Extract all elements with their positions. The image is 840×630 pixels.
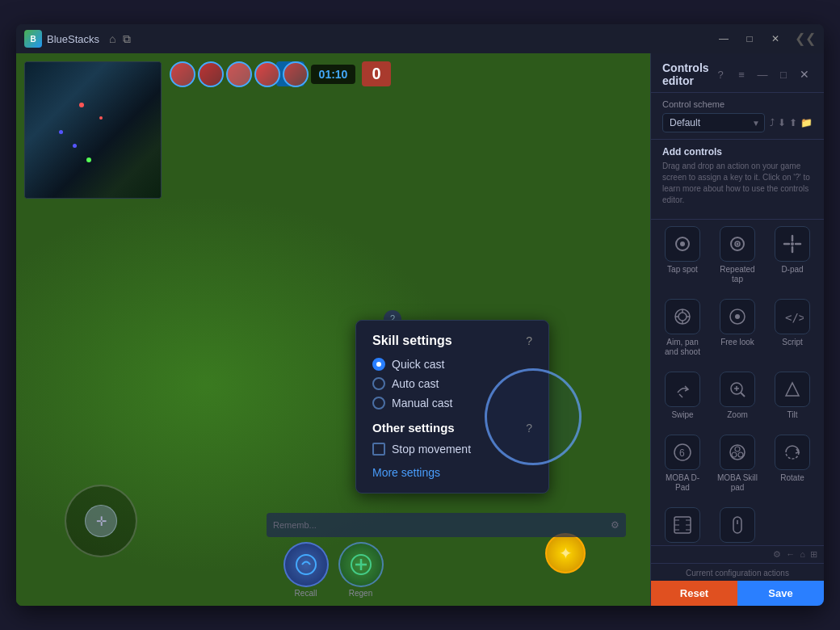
control-scheme-row: Default ▼ ⤴ ⬇ ⬆ 📁 [662,113,813,132]
game-area: 3 01:10 0 2 Skill settings ? [16,53,650,606]
menu-icon[interactable]: ≡ [733,66,750,82]
svg-point-26 [738,452,743,457]
control-script[interactable]: </> Script [766,292,819,363]
script-label: Script [782,338,803,347]
panel-header-icons: ? ≡ — □ ✕ [712,66,813,82]
add-controls-desc: Drag and drop an action on your game scr… [662,161,813,206]
controls-scroll-area: Tap spot Repeated tap D-pad [651,220,824,545]
panel-title: Controls editor [662,61,712,87]
control-repeated-tap[interactable]: Repeated tap [711,220,764,291]
control-d-pad[interactable]: D-pad [766,220,819,291]
control-aim-pan-shoot[interactable]: Aim, pan and shoot [656,292,709,363]
hero-portrait-3 [226,61,252,87]
control-swipe[interactable]: Swipe [656,365,709,426]
moba-skill-pad-icon [720,435,755,470]
download-icon[interactable]: ⬇ [778,117,786,128]
expand-icon[interactable]: ❮❮ [795,31,816,47]
recall-skill-icon[interactable] [284,542,329,587]
action-buttons: Reset Save [651,581,824,606]
window-controls: — □ ✕ ❮❮ [712,31,816,47]
stop-movement-checkbox[interactable] [372,443,385,456]
controls-grid: Tap spot Repeated tap D-pad [651,220,824,545]
other-settings-title: Other settings [372,421,455,435]
edge-scroll-icon [665,507,700,543]
control-moba-skill-pad[interactable]: MOBA Skill pad [711,428,764,499]
close-button[interactable]: ✕ [764,31,787,47]
layers-icon[interactable]: ⊞ [810,549,817,560]
back-arrow-icon[interactable]: ← [786,549,795,560]
resize-panel-icon[interactable]: □ [775,66,792,82]
control-edge-scroll[interactable]: Edge scroll [656,501,709,545]
copy-icon[interactable]: ⧉ [123,32,131,46]
manual-cast-radio[interactable] [372,397,385,410]
app-title: BlueStacks [47,33,99,45]
home-icon[interactable]: ⌂ [109,32,116,46]
title-bar-extra-icons: ⌂ ⧉ [109,32,130,46]
minimize-panel-icon[interactable]: — [754,66,771,82]
more-settings-link[interactable]: More settings [372,466,440,479]
minimize-button[interactable]: — [712,31,735,47]
control-free-look[interactable]: Free look [711,292,764,363]
aim-pan-shoot-icon [665,299,700,334]
hud-bottom-skills: Recall Regen [284,542,384,598]
aim-pan-shoot-label: Aim, pan and shoot [659,338,706,357]
scheme-select[interactable]: Default [662,113,765,132]
stop-movement-label: Stop movement [392,443,471,456]
tilt-icon [775,372,810,407]
control-zoom[interactable]: Zoom [711,365,764,426]
svg-point-23 [730,445,745,460]
panel-header: Controls editor ? ≡ — □ ✕ [651,53,824,93]
manual-cast-label: Manual cast [392,397,452,410]
current-config-label: Current configuration actions [651,564,824,581]
hero-portrait-2 [198,61,224,87]
moba-skill-pad-label: MOBA Skill pad [714,473,761,493]
control-rotate[interactable]: Rotate [766,428,819,499]
hero-portrait-4 [254,61,280,87]
joystick[interactable]: ✛ [65,485,137,557]
svg-point-15 [735,314,740,319]
game-timer: 01:10 [311,65,356,84]
free-look-label: Free look [720,338,754,347]
maximize-button[interactable]: □ [738,31,761,47]
svg-point-25 [732,452,737,457]
swipe-icon [665,372,700,407]
skill-settings-help-icon[interactable]: ? [526,334,532,347]
regen-skill-icon[interactable] [338,542,384,587]
share-icon[interactable]: ⤴ [770,117,775,128]
skill-popup-header: Skill settings ? [372,334,532,348]
svg-text:</>: </> [785,311,804,324]
close-panel-icon[interactable]: ✕ [796,66,813,82]
regen-label: Regen [349,589,372,598]
zoom-icon [720,372,755,407]
home-panel-icon[interactable]: ⌂ [800,549,805,560]
quick-cast-label: Quick cast [392,358,444,371]
control-tilt[interactable]: Tilt [766,365,819,426]
svg-point-6 [737,243,739,246]
tilt-label: Tilt [788,410,798,420]
folder-icon[interactable]: 📁 [800,117,813,128]
recall-label: Recall [295,589,317,598]
quick-cast-radio[interactable] [372,358,385,371]
settings-gear-icon[interactable]: ⚙ [773,549,781,560]
auto-cast-radio[interactable] [372,377,385,390]
reset-button[interactable]: Reset [651,581,737,606]
quick-cast-option[interactable]: Quick cast [372,358,532,371]
control-tap-spot[interactable]: Tap spot [656,220,709,291]
main-content: 3 01:10 0 2 Skill settings ? [16,53,824,606]
control-moba-d-pad[interactable]: 6 MOBA D-Pad [656,428,709,499]
panel-bottom-actions: Current configuration actions Reset Save [651,563,824,606]
main-window: B BlueStacks ⌂ ⧉ — □ ✕ ❮❮ [16,24,824,606]
repeated-tap-label: Repeated tap [714,265,761,284]
add-controls-section: Add controls Drag and drop an action on … [651,140,824,220]
control-scheme-section: Control scheme Default ▼ ⤴ ⬇ ⬆ 📁 [651,93,824,140]
upload-icon[interactable]: ⬆ [789,117,797,128]
help-icon[interactable]: ? [712,66,729,82]
rotate-icon [775,435,810,470]
tap-spot-label: Tap spot [667,265,698,275]
control-scroll[interactable]: Scroll [711,501,764,545]
recall-bar: Rememb... ⚙ [267,513,626,537]
logo-icon: B [24,30,42,48]
tap-spot-icon [665,226,700,262]
score-red: 0 [362,61,390,86]
save-button[interactable]: Save [737,581,824,606]
